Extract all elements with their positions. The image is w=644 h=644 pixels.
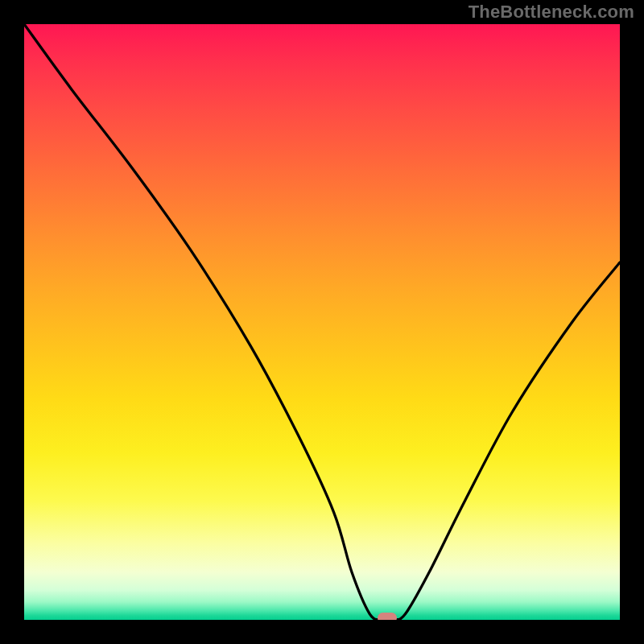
bottleneck-curve <box>24 24 620 620</box>
optimal-marker <box>378 613 397 621</box>
watermark-text: TheBottleneck.com <box>469 2 634 23</box>
curve-layer <box>24 24 620 620</box>
plot-area <box>24 24 620 620</box>
chart-frame: TheBottleneck.com <box>0 0 644 644</box>
